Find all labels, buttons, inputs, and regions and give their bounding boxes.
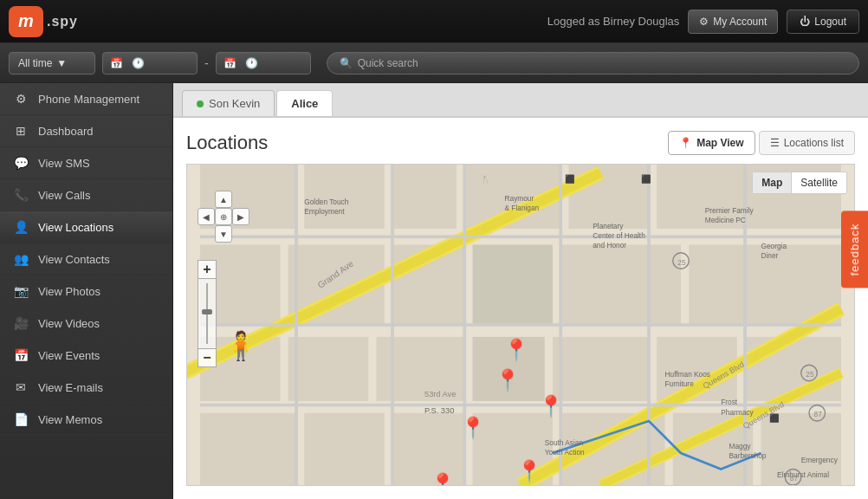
logo: m .spy — [9, 6, 78, 37]
date-from-input[interactable]: 📅 🕐 — [102, 52, 198, 75]
nav-up-button[interactable]: ▲ — [215, 191, 232, 208]
logout-label: Logout — [814, 16, 846, 28]
svg-text:Planetary: Planetary — [593, 222, 624, 230]
zoom-in-button[interactable]: + — [198, 260, 217, 279]
map-pin-red-2[interactable]: 📍 — [538, 394, 564, 418]
sidebar-label-view-contacts: View Contacts — [38, 253, 110, 266]
memos-icon: 📄 — [12, 412, 29, 426]
sidebar-label-view-photos: View Photos — [38, 285, 100, 298]
feedback-tab[interactable]: feedback — [841, 211, 868, 288]
svg-rect-3 — [392, 165, 457, 229]
svg-rect-11 — [560, 245, 681, 326]
svg-text:🍴: 🍴 — [481, 174, 491, 185]
logout-button[interactable]: ⏻ Logout — [787, 10, 859, 34]
svg-text:Barbershop: Barbershop — [729, 451, 767, 460]
page-title: Locations — [186, 132, 268, 154]
logo-spy-text: .spy — [47, 14, 78, 29]
svg-text:Diner: Diner — [761, 251, 778, 260]
map-pin-red-1[interactable]: 📍 — [495, 368, 521, 392]
my-account-button[interactable]: ⚙ My Account — [688, 10, 778, 34]
nav-right-button[interactable]: ▶ — [232, 208, 249, 225]
map-svg: Grand Ave Queens Blvd Queens Blvd 53rd A… — [187, 165, 854, 485]
map-view-button[interactable]: 📍 Map View — [668, 131, 755, 155]
zoom-controls: + − — [198, 260, 217, 367]
toolbar: All time ▼ 📅 🕐 - 📅 🕐 🔍 Quick search — [0, 43, 868, 83]
svg-text:Huffman Koos: Huffman Koos — [665, 370, 711, 379]
svg-text:Frost: Frost — [721, 399, 738, 407]
zoom-slider[interactable] — [198, 279, 217, 348]
svg-text:⬛: ⬛ — [769, 413, 780, 424]
map-pin-red-4[interactable]: 📍 — [430, 472, 456, 486]
svg-text:25: 25 — [677, 258, 686, 267]
svg-rect-2 — [304, 165, 385, 229]
tab-label-son-kevin: Son Kevin — [209, 97, 260, 110]
sidebar-label-view-memos: View Memos — [38, 413, 102, 426]
sidebar-item-phone-management[interactable]: ⚙ Phone Management — [0, 83, 172, 115]
svg-text:Medicine PC: Medicine PC — [705, 216, 746, 224]
svg-text:Golden Touch: Golden Touch — [304, 198, 349, 206]
emails-icon: ✉ — [12, 380, 29, 394]
nav-center-button[interactable]: ⊕ — [215, 208, 232, 225]
svg-text:Georgia: Georgia — [761, 242, 787, 250]
locations-list-label: Locations list — [784, 137, 844, 149]
header: m .spy Logged as Birney Douglas ⚙ My Acc… — [0, 0, 868, 43]
sidebar-item-view-contacts[interactable]: 👥 View Contacts — [0, 243, 172, 275]
svg-text:Furniture: Furniture — [665, 379, 695, 388]
logo-icon: m — [9, 6, 43, 37]
map-pin-purple-1[interactable]: 📍 — [503, 338, 529, 362]
sidebar-item-view-emails[interactable]: ✉ View E-mails — [0, 372, 172, 404]
date-separator: - — [204, 56, 209, 70]
nav-down-button[interactable]: ▼ — [215, 225, 232, 243]
map-view-label: Map View — [696, 137, 743, 149]
svg-text:& Flanigan: & Flanigan — [505, 204, 540, 212]
nav-left-button[interactable]: ◀ — [198, 208, 215, 225]
sidebar-label-view-videos: View Videos — [38, 317, 100, 330]
contacts-icon: 👥 — [12, 252, 29, 266]
tab-dot-son-kevin — [197, 100, 204, 107]
calls-icon: 📞 — [12, 188, 29, 202]
svg-text:⬛: ⬛ — [641, 174, 651, 185]
sidebar-item-view-locations[interactable]: 👤 View Locations — [0, 211, 172, 243]
sidebar-label-view-sms: View SMS — [38, 157, 90, 170]
map-container[interactable]: Grand Ave Queens Blvd Queens Blvd 53rd A… — [186, 164, 855, 486]
gear-icon: ⚙ — [699, 16, 709, 28]
content-area: Son Kevin Alice Locations 📍 Map View ☰ L… — [173, 83, 868, 499]
svg-rect-20 — [200, 413, 296, 485]
sidebar-item-view-sms[interactable]: 💬 View SMS — [0, 147, 172, 179]
tab-alice[interactable]: Alice — [276, 90, 333, 116]
list-icon: ☰ — [770, 137, 780, 149]
quick-search-input[interactable]: 🔍 Quick search — [327, 52, 859, 75]
map-pin-red-3[interactable]: 📍 — [460, 416, 486, 440]
sidebar-item-view-events[interactable]: 📅 View Events — [0, 340, 172, 372]
zoom-out-button[interactable]: − — [198, 348, 217, 367]
map-pin-blue-1[interactable]: 📍 — [516, 459, 542, 483]
sidebar-item-view-photos[interactable]: 📷 View Photos — [0, 275, 172, 308]
svg-text:87: 87 — [790, 474, 799, 483]
map-navigation: ▲ ◀ ⊕ ▶ ▼ — [198, 191, 249, 243]
page-header: Locations 📍 Map View ☰ Locations list — [186, 131, 855, 155]
svg-rect-17 — [553, 337, 649, 401]
sidebar-label-dashboard: Dashboard — [38, 125, 94, 138]
map-type-satellite-button[interactable]: Satellite — [792, 172, 846, 193]
calendar-icon: 📅 — [110, 57, 123, 69]
quick-search-placeholder: Quick search — [358, 57, 418, 69]
svg-text:Pharmacy: Pharmacy — [721, 408, 754, 417]
events-icon: 📅 — [12, 348, 29, 362]
date-to-input[interactable]: 📅 🕐 — [216, 52, 311, 75]
sidebar-item-view-videos[interactable]: 🎥 View Videos — [0, 308, 172, 340]
sidebar-item-view-calls[interactable]: 📞 View Calls — [0, 179, 172, 211]
tab-son-kevin[interactable]: Son Kevin — [182, 90, 275, 116]
svg-text:87: 87 — [814, 410, 823, 418]
svg-text:Employment: Employment — [304, 207, 345, 216]
sidebar-label-view-emails: View E-mails — [38, 381, 103, 394]
page-content: Locations 📍 Map View ☰ Locations list — [173, 118, 868, 499]
locations-list-button[interactable]: ☰ Locations list — [759, 131, 855, 155]
sidebar-item-view-memos[interactable]: 📄 View Memos — [0, 404, 172, 436]
map-type-buttons: Map Satellite — [752, 172, 847, 194]
photos-icon: 📷 — [12, 284, 29, 298]
svg-text:P.S. 330: P.S. 330 — [424, 406, 454, 415]
time-filter-select[interactable]: All time ▼ — [9, 52, 95, 75]
svg-rect-14 — [288, 337, 369, 401]
sidebar-item-dashboard[interactable]: ⊞ Dashboard — [0, 115, 172, 147]
map-type-map-button[interactable]: Map — [753, 172, 791, 193]
